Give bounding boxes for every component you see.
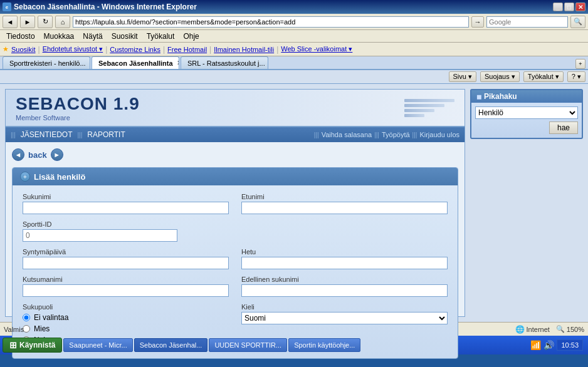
- form-group-sukunimi: Sukunimi: [23, 193, 229, 214]
- nav-jasentiedot[interactable]: JÄSENTIEDOT: [16, 130, 78, 139]
- tray-icon-1: 📶: [530, 340, 541, 350]
- sukunimi-label: Sukunimi: [23, 193, 229, 200]
- tab-sportti-close[interactable]: ✕: [90, 59, 90, 66]
- window-title: Sebacon Jäsenhallinta - Windows Internet…: [14, 3, 197, 11]
- form-group-etunimi: Etunimi: [241, 193, 448, 214]
- form-row-2: Sportti-ID: [23, 220, 448, 242]
- fav-ehdotetut[interactable]: Ehdotetut sivustot ▾: [43, 45, 103, 53]
- radio-ei-valintaa[interactable]: Ei valintaa: [23, 313, 229, 322]
- toolbar-tyokalut[interactable]: Työkalut ▾: [523, 71, 564, 82]
- app-logo: SEBACON 1.9 Member Software: [16, 94, 140, 121]
- taskbar-saapuneet-label: Saapuneet - Micr...: [69, 341, 127, 349]
- nav-vaihda-salasana[interactable]: Vaihda salasana: [322, 131, 372, 138]
- close-button[interactable]: ✕: [575, 3, 585, 11]
- address-input[interactable]: [73, 16, 469, 28]
- fav-customize[interactable]: Customize Links: [110, 46, 160, 53]
- ie-toolbar: Sivu ▾ Suojaus ▾ Työkalut ▾ ? ▾: [0, 70, 588, 84]
- syntymapäivä-input[interactable]: [23, 257, 229, 269]
- go-button[interactable]: →: [471, 16, 484, 28]
- hetu-label: Hetu: [241, 248, 448, 256]
- form-panel: + Lisää henkilö Sukunimi Etunimi: [12, 167, 458, 359]
- panel-icon: +: [20, 172, 30, 182]
- zoom-icon: 🔍: [556, 325, 565, 333]
- pikahaku-select[interactable]: Henkilö Organisaatio: [475, 106, 578, 119]
- nav-tyopoyta[interactable]: Työpöytä: [382, 131, 410, 138]
- home-button[interactable]: ⌂: [55, 16, 70, 28]
- fav-webslice[interactable]: Web Slice -valikoimat ▾: [281, 45, 352, 53]
- menu-muokkaa[interactable]: Muokkaa: [40, 31, 78, 41]
- app-icon: e: [3, 3, 11, 11]
- menu-bar: Tiedosto Muokkaa Näytä Suosikit Työkalut…: [0, 30, 588, 43]
- form-row-1: Sukunimi Etunimi: [23, 193, 448, 214]
- nav-raportit[interactable]: RAPORTIT: [82, 130, 130, 139]
- logo-subtitle: Member Software: [16, 114, 140, 121]
- main-area: SEBACON 1.9 Member Software ||| JÄSENTIE…: [0, 84, 588, 322]
- taskbar-tray: 📶 🔊 10:53: [528, 339, 585, 351]
- new-tab-button[interactable]: +: [575, 59, 585, 69]
- fav-hotmail-free[interactable]: Ilmainen Hotmail-tili: [214, 46, 274, 53]
- favorites-bar: ★ Suosikit | Ehdotetut sivustot ▾ | Cust…: [0, 43, 588, 56]
- kutsumanimi-input[interactable]: [23, 284, 229, 297]
- prev-button[interactable]: ◄: [12, 148, 24, 161]
- pikahaku-hae-button[interactable]: hae: [549, 121, 578, 134]
- page-content: ◄ back ► + Lisää henkilö Sukunimi: [6, 142, 465, 365]
- pikahaku-icon: ◼: [476, 93, 481, 100]
- hetu-input[interactable]: [241, 257, 448, 269]
- stripe-4: [404, 114, 424, 117]
- nav-kirjaudu-ulos[interactable]: Kirjaudu ulos: [419, 131, 459, 138]
- menu-ohje[interactable]: Ohje: [179, 31, 202, 41]
- tab-sebacon-label: Sebacon Jäsenhallinta: [98, 59, 173, 67]
- tab-sportti[interactable]: Sporttrekisteri - henkilö... ✕: [3, 56, 90, 69]
- search-box[interactable]: [486, 16, 568, 28]
- search-go-button[interactable]: 🔍: [570, 16, 585, 28]
- form-row-3: Syntymäpäivä Hetu: [23, 248, 448, 269]
- minimize-button[interactable]: _: [553, 3, 563, 11]
- menu-nayta[interactable]: Näytä: [79, 31, 106, 41]
- edellinen-sukunimi-input[interactable]: [241, 284, 448, 297]
- kutsumanimi-label: Kutsumanimi: [23, 276, 229, 283]
- zoom-text: 150%: [567, 326, 584, 333]
- toolbar-sivu[interactable]: Sivu ▾: [449, 71, 476, 82]
- etunimi-input[interactable]: [241, 202, 448, 214]
- fav-suosikit[interactable]: Suosikit: [11, 46, 36, 53]
- radio-ei-valintaa-input[interactable]: [23, 314, 30, 321]
- radio-mies[interactable]: Mies: [23, 324, 229, 333]
- sidebar: ◼ Pikahaku Henkilö Organisaatio hae: [470, 89, 583, 317]
- refresh-button[interactable]: ↻: [38, 16, 53, 28]
- start-button[interactable]: ⊞ Käynnistä: [3, 338, 62, 353]
- kieli-label: Kieli: [241, 303, 448, 311]
- maximize-button[interactable]: □: [564, 3, 574, 11]
- toolbar-suojaus[interactable]: Suojaus ▾: [480, 71, 520, 82]
- back-button[interactable]: ◄: [3, 16, 18, 28]
- menu-suosikit[interactable]: Suosikit: [108, 31, 142, 41]
- tab-srl[interactable]: SRL - Ratsastuskoulut j... ✕: [181, 56, 268, 69]
- taskbar: ⊞ Käynnistä Saapuneet - Micr... Sebacon …: [0, 336, 588, 354]
- internet-icon: 🌐: [515, 325, 525, 334]
- taskbar-uuden[interactable]: UUDEN SPORTTIR...: [209, 338, 287, 352]
- tab-sebacon[interactable]: Sebacon Jäsenhallinta ✕: [92, 56, 179, 69]
- kieli-select[interactable]: Suomi Svenska English: [241, 312, 448, 324]
- sportti-id-input[interactable]: [23, 229, 177, 242]
- back-link[interactable]: back: [28, 150, 47, 160]
- panel-title: Lisää henkilö: [34, 172, 85, 182]
- next-button[interactable]: ►: [51, 148, 63, 161]
- radio-mies-label: Mies: [34, 324, 50, 333]
- address-bar: ◄ ► ↻ ⌂ → 🔍: [0, 14, 588, 30]
- radio-ei-valintaa-label: Ei valintaa: [34, 313, 68, 322]
- tray-icon-2: 🔊: [543, 340, 554, 350]
- menu-tyokalut[interactable]: Työkalut: [143, 31, 179, 41]
- sukunimi-input[interactable]: [23, 202, 229, 214]
- windows-logo: ⊞: [9, 340, 17, 350]
- sportti-id-label: Sportti-ID: [23, 220, 177, 228]
- back-navigation: ◄ back ►: [12, 148, 458, 161]
- menu-tiedosto[interactable]: Tiedosto: [3, 31, 39, 41]
- tab-sebacon-close[interactable]: ✕: [177, 59, 179, 66]
- taskbar-sportin[interactable]: Sportin käyttöohje...: [288, 338, 360, 352]
- zoom-indicator: 🔍 150%: [556, 325, 584, 333]
- toolbar-help[interactable]: ? ▾: [567, 71, 585, 82]
- fav-hotmail[interactable]: Free Hotmail: [167, 46, 207, 53]
- tab-srl-label: SRL - Ratsastuskoulut j...: [187, 59, 265, 67]
- forward-button[interactable]: ►: [20, 16, 35, 28]
- taskbar-saapuneet[interactable]: Saapuneet - Micr...: [63, 338, 132, 352]
- taskbar-sebacon[interactable]: Sebacon Jäsenhal...: [134, 338, 208, 352]
